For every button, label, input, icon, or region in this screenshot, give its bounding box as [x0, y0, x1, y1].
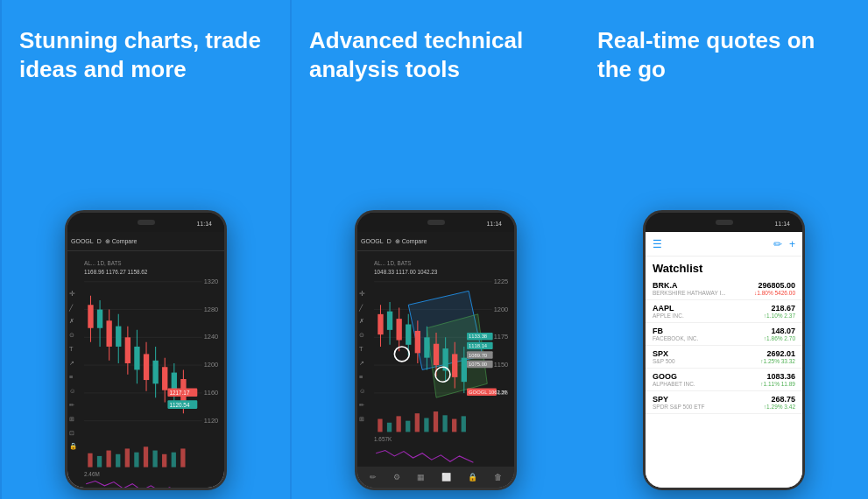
stock-price: 148.07	[771, 327, 795, 335]
ticker-symbol: SPX	[653, 349, 675, 358]
add-icon[interactable]: +	[789, 238, 795, 250]
stock-price: 268.75	[771, 395, 795, 404]
svg-text:1217.17: 1217.17	[170, 390, 190, 396]
ticker-info: GOOG ALPHABET INC.	[653, 372, 695, 387]
price-info: 2692.01 ↑1.25% 33.32	[760, 349, 795, 364]
price-change: ↑1.25% 33.32	[760, 358, 795, 364]
list-item[interactable]: BRK.A BERKSHIRE HATHAWAY I... 296805.00 …	[646, 278, 802, 300]
svg-rect-49	[172, 453, 176, 467]
svg-rect-120	[452, 419, 456, 432]
svg-text:1150: 1150	[494, 361, 508, 369]
camera-notch-1	[138, 220, 155, 225]
svg-text:2.46M: 2.46M	[84, 471, 100, 477]
svg-text:1160: 1160	[204, 389, 218, 397]
svg-rect-47	[152, 451, 157, 467]
svg-text:≡: ≡	[359, 373, 363, 381]
list-item[interactable]: SPX S&P 500 2692.01 ↑1.25% 33.32	[646, 346, 802, 369]
svg-rect-19	[106, 320, 111, 347]
svg-rect-29	[152, 361, 158, 383]
svg-text:1240: 1240	[204, 333, 218, 341]
ticker-info: SPY SPDR S&P 500 ETF	[653, 395, 705, 410]
ticker-info: SPX S&P 500	[653, 349, 675, 364]
phone-wrapper-1: 11:14 GOOGL D ⊕ Compare	[19, 99, 272, 490]
svg-rect-46	[144, 446, 148, 467]
price-change: ↑1.86% 2.70	[764, 335, 795, 341]
svg-rect-43	[116, 454, 120, 467]
tool-pencil[interactable]: ✏	[370, 473, 377, 481]
chart-tf-2: D	[387, 238, 392, 244]
list-item[interactable]: FB FACEBOOK, INC. 148.07 ↑1.86% 2.70	[646, 323, 802, 346]
svg-text:✛: ✛	[69, 289, 75, 298]
svg-rect-17	[97, 310, 102, 328]
phone-top-bar-2: 11:14	[357, 213, 514, 232]
chart-toolbar-1: GOOGL D ⊕ Compare	[67, 232, 224, 251]
phone-3: 11:14 ☰ ✏ + Watchlist	[643, 210, 805, 490]
svg-text:✗: ✗	[69, 317, 74, 325]
ticker-symbol: AAPL	[653, 304, 684, 313]
company-name: SPDR S&P 500 ETF	[653, 404, 705, 410]
svg-rect-31	[162, 367, 167, 390]
panel-analysis: Advanced technical analysis tools 11:14 …	[292, 0, 580, 499]
svg-rect-45	[134, 453, 138, 467]
menu-icon[interactable]: ☰	[653, 238, 662, 250]
phone-screen-1: GOOGL D ⊕ Compare 1320	[67, 232, 224, 488]
svg-text:⊞: ⊞	[359, 415, 364, 423]
svg-text:✏: ✏	[359, 401, 364, 409]
ticker-symbol: GOOG	[653, 372, 695, 381]
tool-trash[interactable]: 🗑	[494, 473, 502, 481]
svg-rect-93	[434, 344, 439, 365]
tool-rect[interactable]: ⬜	[441, 473, 451, 481]
chart-screen-2: GOOGL D ⊕ Compare 1225 1200	[357, 232, 514, 488]
price-change: ↓1.80% 5426.00	[754, 290, 795, 296]
chart-svg-2: 1225 1200 1175 1150 1125 AL... 1D, BATS …	[357, 251, 514, 488]
svg-rect-116	[415, 413, 420, 432]
svg-text:☺: ☺	[359, 387, 366, 395]
company-name: BERKSHIRE HATHAWAY I...	[653, 290, 726, 296]
chart-ticker-1: GOOGL	[71, 238, 94, 244]
phone-top-bar-3: 11:14	[646, 213, 802, 232]
svg-text:☺: ☺	[69, 387, 76, 395]
svg-text:✗: ✗	[359, 317, 364, 325]
list-item[interactable]: SPY SPDR S&P 500 ETF 268.75 ↑1.29% 3.42	[646, 391, 802, 414]
chart-bottom-toolbar[interactable]: ✏ ⚙ ▦ ⬜ 🔒 🗑	[357, 467, 514, 488]
svg-rect-113	[387, 423, 392, 432]
svg-text:1175: 1175	[494, 333, 508, 341]
ticker-info: AAPL APPLE INC.	[653, 304, 684, 319]
tool-layers[interactable]: ▦	[417, 473, 425, 481]
price-change: ↑1.29% 3.42	[764, 404, 795, 410]
phone-2: 11:14 GOOGL D ⊕ Compare	[355, 210, 517, 490]
tool-lock[interactable]: 🔒	[468, 473, 477, 481]
company-name: APPLE INC.	[653, 313, 684, 319]
phone-wrapper-3: 11:14 ☰ ✏ + Watchlist	[597, 99, 850, 490]
phone-screen-2: GOOGL D ⊕ Compare 1225 1200	[357, 232, 514, 488]
svg-rect-97	[452, 354, 457, 376]
svg-text:1200: 1200	[494, 306, 508, 313]
svg-rect-121	[462, 416, 466, 432]
tool-settings[interactable]: ⚙	[393, 473, 400, 481]
price-info: 148.07 ↑1.86% 2.70	[764, 327, 795, 341]
chart-ticker-2: GOOGL	[361, 238, 384, 244]
price-info: 268.75 ↑1.29% 3.42	[764, 395, 795, 410]
edit-icon[interactable]: ✏	[773, 238, 782, 250]
svg-rect-50	[180, 448, 185, 467]
svg-rect-48	[162, 454, 166, 467]
stock-price: 218.67	[771, 304, 795, 313]
stock-price: 2692.01	[766, 349, 795, 358]
svg-rect-40	[88, 453, 92, 467]
svg-rect-41	[97, 456, 102, 467]
list-item[interactable]: GOOG ALPHABET INC. 1083.36 ↑1.11% 11.89	[646, 369, 802, 391]
phone-screen-3: ☰ ✏ + Watchlist BRK.A BERKSHIRE HATHAWAY…	[646, 232, 802, 488]
svg-rect-112	[378, 419, 382, 432]
svg-text:AL... 1D, BATS: AL... 1D, BATS	[374, 260, 412, 266]
list-item[interactable]: AAPL APPLE INC. 218.67 ↑1.10% 2.37	[646, 300, 802, 323]
svg-rect-91	[424, 337, 429, 357]
svg-point-100	[394, 347, 409, 362]
phone-top-bar-1: 11:14	[67, 213, 224, 232]
svg-rect-99	[462, 358, 467, 383]
svg-text:1120.54: 1120.54	[170, 402, 190, 408]
ticker-symbol: BRK.A	[653, 281, 726, 290]
watchlist-header: ☰ ✏ +	[646, 232, 802, 257]
svg-text:1133.38: 1133.38	[469, 334, 487, 339]
watchlist-actions: ✏ +	[773, 238, 795, 250]
ticker-info: BRK.A BERKSHIRE HATHAWAY I...	[653, 281, 726, 296]
